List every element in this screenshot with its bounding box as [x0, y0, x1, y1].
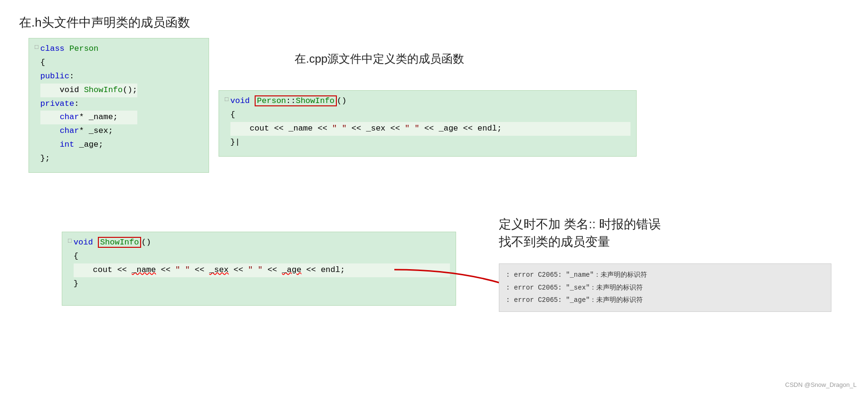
cpp-section-title: 在.cpp源文件中定义类的成员函数 [295, 51, 464, 66]
collapse-icon-h: □ [35, 42, 38, 53]
main-page: 在.h头文件中声明类的成员函数 □ class Person { public:… [0, 0, 868, 394]
cpp-line-2: { [230, 108, 630, 122]
collapse-icon-wrong: □ [68, 236, 72, 246]
highlight-showinfo: ShowInfo [98, 237, 142, 248]
wrong-line-4: } [74, 277, 450, 291]
error-box: : error C2065: "_name"：未声明的标识符 : error C… [499, 263, 831, 312]
cpp-line-3: cout << _name << " " << _sex << " " << _… [230, 122, 630, 136]
cpp-line-4: }| [230, 136, 630, 150]
code-h-line-8: int _age; [40, 138, 137, 152]
code-cpp-box: □ void Person::ShowInfo() { cout << _nam… [219, 90, 637, 157]
code-h-line-5: private: [40, 97, 137, 111]
code-h-box: □ class Person { public: void ShowInfo()… [29, 38, 209, 173]
code-h-line-7: char* _sex; [40, 124, 137, 138]
code-wrong-box: □ void ShowInfo() { cout << _name << " "… [62, 232, 456, 306]
code-h-line-1: class Person [40, 42, 137, 56]
error-title-line1: 定义时不加 类名:: 时报的错误 [499, 216, 661, 233]
code-h-line-2: { [40, 56, 137, 70]
wrong-line-2: { [74, 250, 450, 263]
code-h-line-9: }; [40, 152, 137, 166]
code-h-line-4: void ShowInfo(); [40, 84, 137, 97]
code-h-line-6: char* _name; [40, 111, 137, 124]
error-title-line2: 找不到类的成员变量 [499, 234, 610, 250]
error-line-2: : error C2065: "_sex"：未声明的标识符 [506, 281, 824, 294]
cpp-line-1: void Person::ShowInfo() [230, 94, 630, 108]
code-h-line-3: public: [40, 70, 137, 84]
wrong-line-3: cout << _name << " " << _sex << " " << _… [74, 263, 450, 277]
error-line-1: : error C2065: "_name"：未声明的标识符 [506, 269, 824, 281]
highlight-person-showinfo: Person::ShowInfo [255, 95, 337, 106]
page-title: 在.h头文件中声明类的成员函数 [19, 14, 849, 31]
watermark: CSDN @Snow_Dragon_L [785, 381, 857, 388]
wrong-line-1: void ShowInfo() [74, 236, 450, 250]
error-line-3: : error C2065: "_age"：未声明的标识符 [506, 294, 824, 307]
collapse-icon-cpp: □ [225, 94, 229, 105]
